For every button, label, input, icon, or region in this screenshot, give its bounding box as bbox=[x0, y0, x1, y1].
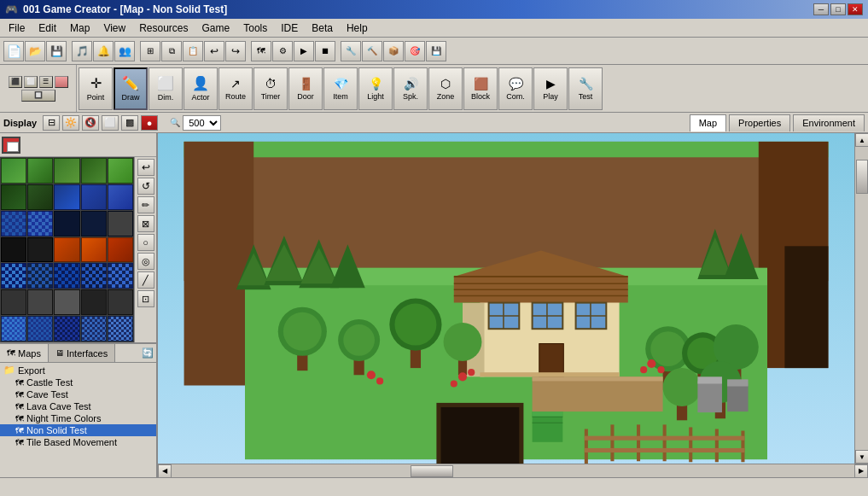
menu-map[interactable]: Map bbox=[63, 20, 96, 36]
tile-black2[interactable] bbox=[27, 237, 53, 263]
tile-blue-check4[interactable] bbox=[81, 263, 107, 289]
tool-draw[interactable]: ✏️ Draw bbox=[114, 67, 148, 110]
tool-timer[interactable]: ⏱ Timer bbox=[253, 67, 288, 110]
disp-btn6[interactable]: ● bbox=[141, 115, 158, 131]
tile-check1[interactable] bbox=[1, 211, 26, 236]
tile-s4[interactable] bbox=[81, 316, 107, 341]
color-swatch-primary[interactable] bbox=[2, 137, 20, 154]
tile-grass1[interactable] bbox=[1, 158, 26, 184]
tile-blue3[interactable] bbox=[108, 184, 133, 210]
tb-redo[interactable]: ↪ bbox=[225, 41, 246, 61]
rt-rotate[interactable]: ↺ bbox=[137, 178, 154, 195]
disp-btn2[interactable]: 🔆 bbox=[62, 115, 79, 131]
tb-open[interactable]: 📂 bbox=[25, 41, 45, 61]
disp-btn3[interactable]: 🔇 bbox=[82, 115, 99, 131]
tile-s3[interactable] bbox=[54, 316, 79, 341]
tool-com[interactable]: 💬 Com. bbox=[498, 67, 533, 110]
tb-actor[interactable]: 👥 bbox=[114, 41, 135, 61]
menu-ide[interactable]: IDE bbox=[274, 20, 305, 36]
tile-blue-check3[interactable] bbox=[54, 263, 79, 289]
rt-undo[interactable]: ↩ bbox=[137, 159, 154, 176]
tb-stop[interactable]: ⏹ bbox=[315, 41, 335, 61]
zoom-select[interactable]: 100200300400500600 bbox=[183, 115, 221, 131]
tile-blue2[interactable] bbox=[81, 184, 107, 210]
tile-s2[interactable] bbox=[27, 316, 53, 341]
tile-s1[interactable] bbox=[1, 316, 26, 341]
scroll-down-btn[interactable]: ▼ bbox=[855, 450, 868, 464]
tb-extra1[interactable]: 🔧 bbox=[341, 41, 361, 61]
mini-tool3[interactable]: ☰ bbox=[39, 76, 53, 88]
tree-refresh[interactable]: 🔄 bbox=[139, 344, 156, 361]
scroll-thumb[interactable] bbox=[856, 160, 868, 194]
tile-r2[interactable] bbox=[27, 289, 53, 315]
scroll-up-btn[interactable]: ▲ bbox=[855, 133, 868, 147]
tool-point[interactable]: ✛ Point bbox=[79, 67, 113, 110]
tile-r3[interactable] bbox=[54, 289, 79, 315]
tile-check2[interactable] bbox=[27, 211, 53, 236]
menu-tools[interactable]: Tools bbox=[236, 20, 274, 36]
tile-grass3[interactable] bbox=[54, 158, 79, 184]
tb-save[interactable]: 💾 bbox=[46, 41, 67, 61]
tile-blue-check1[interactable] bbox=[1, 263, 26, 289]
menu-view[interactable]: View bbox=[96, 20, 132, 36]
h-scroll-right[interactable]: ▶ bbox=[854, 464, 868, 478]
tile-r5[interactable] bbox=[108, 289, 133, 315]
tool-route[interactable]: ↗ Route bbox=[218, 67, 253, 110]
tool-test[interactable]: 🔧 Test bbox=[568, 67, 603, 110]
tile-dark-blue3[interactable] bbox=[108, 211, 133, 236]
tree-item-non-solid[interactable]: 🗺 Non Solid Test bbox=[0, 424, 156, 436]
disp-btn5[interactable]: ▩ bbox=[121, 115, 138, 131]
menu-file[interactable]: File bbox=[2, 20, 32, 36]
tb-sound[interactable]: 🔔 bbox=[93, 41, 114, 61]
tile-dark-blue2[interactable] bbox=[81, 211, 107, 236]
tb-extra5[interactable]: 💾 bbox=[426, 41, 446, 61]
tab-maps[interactable]: 🗺 Maps bbox=[0, 344, 49, 362]
h-scroll-left[interactable]: ◀ bbox=[158, 464, 172, 478]
tb-grid[interactable]: ⊞ bbox=[140, 41, 160, 61]
tree-item-cave-test[interactable]: 🗺 Cave Test bbox=[0, 388, 156, 400]
tb-music[interactable]: 🎵 bbox=[72, 41, 92, 61]
tool-door[interactable]: 🚪 Door bbox=[288, 67, 323, 110]
tb-play[interactable]: ▶ bbox=[294, 41, 314, 61]
tool-dim[interactable]: ⬜ Dim. bbox=[149, 67, 183, 110]
tile-blue-check5[interactable] bbox=[108, 263, 133, 289]
tb-paste[interactable]: 📋 bbox=[183, 41, 203, 61]
tile-orange1[interactable] bbox=[54, 237, 79, 263]
menu-beta[interactable]: Beta bbox=[305, 20, 340, 36]
menu-help[interactable]: Help bbox=[340, 20, 375, 36]
menu-edit[interactable]: Edit bbox=[32, 20, 63, 36]
tile-blue1[interactable] bbox=[54, 184, 79, 210]
tool-actor[interactable]: 👤 Actor bbox=[184, 67, 218, 110]
tile-grass4[interactable] bbox=[81, 158, 107, 184]
mini-tool1[interactable]: ⬛ bbox=[9, 76, 22, 88]
tb-copy[interactable]: ⧉ bbox=[161, 41, 182, 61]
tile-orange3[interactable] bbox=[108, 237, 133, 263]
tool-light[interactable]: 💡 Light bbox=[358, 67, 393, 110]
mini-tool2[interactable]: ⬜ bbox=[24, 76, 38, 88]
menu-game[interactable]: Game bbox=[195, 20, 237, 36]
tile-orange2[interactable] bbox=[81, 237, 107, 263]
tile-s5[interactable] bbox=[108, 316, 133, 341]
minimize-button[interactable]: ─ bbox=[813, 3, 829, 15]
tree-item-tile-based[interactable]: 🗺 Tile Based Movement bbox=[0, 436, 156, 448]
disp-btn1[interactable]: ⊟ bbox=[43, 115, 60, 131]
tab-properties[interactable]: Properties bbox=[729, 114, 790, 131]
tb-undo[interactable]: ↩ bbox=[204, 41, 224, 61]
tb-extra2[interactable]: 🔨 bbox=[362, 41, 382, 61]
tile-black1[interactable] bbox=[1, 237, 26, 263]
tool-item[interactable]: 💎 Item bbox=[323, 67, 358, 110]
tb-map-tools[interactable]: 🗺 bbox=[251, 41, 271, 61]
tb-settings[interactable]: ⚙ bbox=[272, 41, 293, 61]
tab-environment[interactable]: Environment bbox=[793, 114, 865, 131]
rt-circle[interactable]: ○ bbox=[137, 234, 154, 251]
tab-map[interactable]: Map bbox=[690, 114, 726, 131]
tile-r1[interactable] bbox=[1, 289, 26, 315]
tile-dark1[interactable] bbox=[1, 184, 26, 210]
maximize-button[interactable]: □ bbox=[830, 3, 846, 15]
h-scroll-thumb[interactable] bbox=[411, 465, 453, 477]
tile-grass2[interactable] bbox=[27, 158, 53, 184]
rt-fill[interactable]: ╱ bbox=[137, 271, 154, 289]
disp-btn4[interactable]: ⬜ bbox=[102, 115, 119, 131]
rt-pencil[interactable]: ✏ bbox=[137, 196, 154, 213]
menu-resources[interactable]: Resources bbox=[132, 20, 195, 36]
